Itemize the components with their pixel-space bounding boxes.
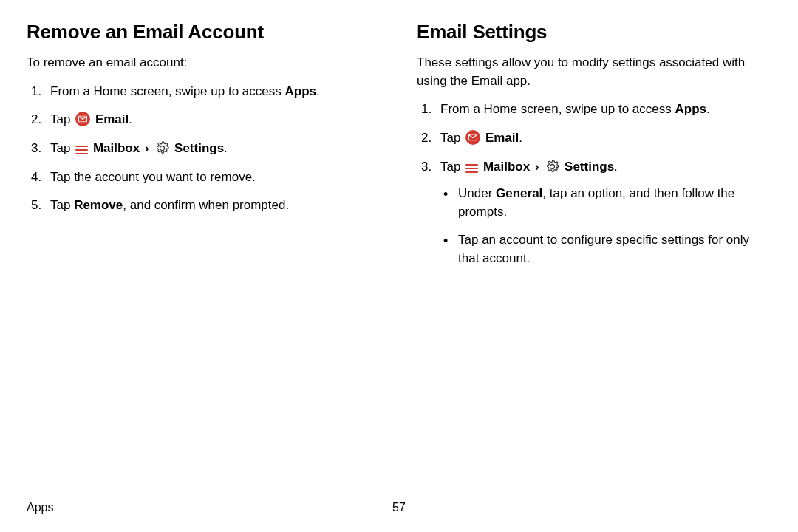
right-column: Email Settings These settings allow you … [417,21,771,279]
bullet-item: Tap an account to configure specific set… [440,231,771,267]
footer-section: Apps [27,501,53,514]
step-item: Tap Mailbox › Settings. [27,140,381,158]
text: From a Home screen, swipe up to access [50,84,284,98]
email-icon [75,112,90,126]
text: . [224,141,228,155]
text: Tap [50,141,74,155]
sub-bullets: Under General, tap an option, and then f… [440,185,771,268]
bold-general: General [496,186,542,200]
step-item: Tap the account you want to remove. [27,168,381,187]
heading-remove-email-account: Remove an Email Account [27,21,381,44]
left-column: Remove an Email Account To remove an ema… [27,21,381,279]
text: Tap [440,160,464,174]
chevron-right-icon: › [535,160,539,174]
steps-list: From a Home screen, swipe up to access A… [27,83,381,215]
text: . [316,84,320,98]
gear-icon [155,141,169,155]
text: . [519,131,522,145]
page-footer: Apps 57 [27,501,771,514]
text: , and confirm when prompted. [123,198,289,212]
text: Tap [50,112,74,126]
step-item: From a Home screen, swipe up to access A… [417,100,771,119]
bold-apps: Apps [284,84,316,98]
bold-remove: Remove [74,198,123,212]
text: From a Home screen, swipe up to access [440,102,675,116]
step-item: Tap Remove, and confirm when prompted. [27,197,381,215]
bold-email: Email [95,112,129,126]
mailbox-icon [75,145,88,155]
heading-email-settings: Email Settings [417,21,771,44]
step-item: Tap Email. [27,111,381,129]
bold-settings: Settings [174,141,224,155]
bullet-item: Under General, tap an option, and then f… [440,185,771,221]
intro-text: To remove an email account: [27,54,381,72]
text: Tap [50,198,74,212]
bold-email: Email [485,131,519,145]
step-item: From a Home screen, swipe up to access A… [27,83,381,101]
footer-page-number: 57 [392,501,406,514]
bold-mailbox: Mailbox [483,160,530,174]
intro-text: These settings allow you to modify setti… [417,54,771,90]
email-icon [466,130,480,145]
text: . [614,160,618,174]
steps-list: From a Home screen, swipe up to access A… [417,100,771,267]
text: . [129,112,132,126]
text: Under [458,186,496,200]
mailbox-icon [466,163,478,174]
step-item: Tap Mailbox › Settings. Under General, t… [417,158,771,268]
text: Tap [440,131,464,145]
two-column-layout: Remove an Email Account To remove an ema… [27,21,771,279]
gear-icon [545,160,559,174]
bold-settings: Settings [565,160,614,174]
text: . [706,102,710,116]
step-item: Tap Email. [417,129,771,148]
chevron-right-icon: › [145,141,149,155]
bold-mailbox: Mailbox [93,141,140,155]
bold-apps: Apps [675,102,706,116]
